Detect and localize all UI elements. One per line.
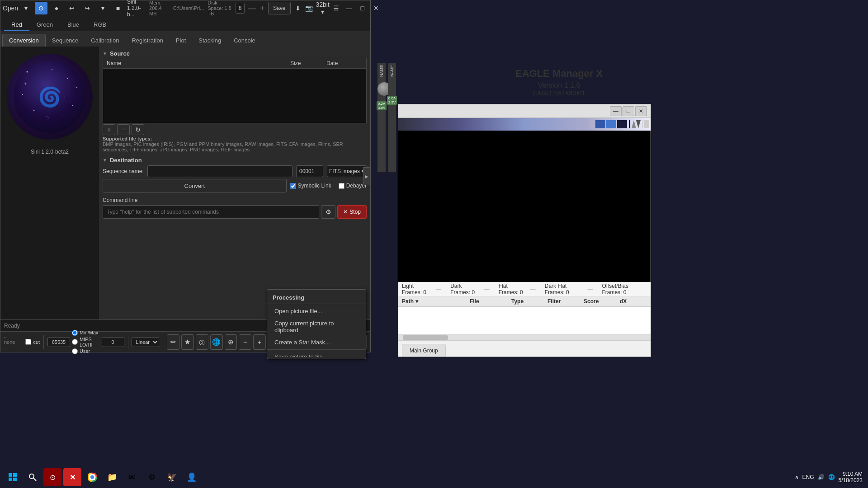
num1-input[interactable] [47, 337, 70, 347]
slider-thumb-down[interactable] [636, 120, 641, 128]
user-radio[interactable]: User [72, 348, 100, 354]
minimize-btn[interactable]: — [343, 2, 355, 14]
star-dots: + ✦ ⊙ [14, 61, 86, 133]
eagle-side-panel: NAME 0.2A3.0V [377, 63, 386, 172]
taskbar-user-btn[interactable]: 👤 [183, 468, 201, 486]
eagle-close-btn[interactable]: ✕ [635, 106, 647, 116]
symbolic-link-checkbox[interactable] [290, 183, 296, 189]
context-item-save[interactable]: Save picture to file [267, 351, 366, 357]
x-icon: ✕ [70, 473, 75, 482]
circle-btn[interactable]: ● [50, 2, 63, 14]
convert-btn[interactable]: Convert [103, 179, 287, 192]
eagle-restore-btn[interactable]: □ [623, 106, 634, 116]
remove-file-btn[interactable]: − [117, 124, 130, 135]
circle-btn[interactable]: ◎ [196, 334, 208, 350]
undo-btn[interactable]: ↩ [66, 2, 78, 14]
slider-handle[interactable] [644, 120, 649, 128]
eagle-minimize-btn[interactable]: — [610, 106, 622, 116]
maximize-btn[interactable]: □ [356, 2, 369, 14]
debayer-check[interactable]: Debayer [339, 183, 367, 189]
plus-btn[interactable]: + [260, 4, 265, 13]
taskbar-x-btn[interactable]: ✕ [63, 468, 81, 486]
linear-select[interactable]: Linear [132, 337, 159, 347]
dest-header: ▼ Destination [103, 157, 367, 164]
min-max-radio[interactable]: Min/Max [72, 330, 100, 336]
context-item-copy[interactable]: Copy current picture to clipboard [267, 317, 366, 336]
tab-blue[interactable]: Blue [60, 19, 86, 31]
eagle-scrollbar-thumb[interactable] [403, 335, 448, 340]
open-btn[interactable]: Open [4, 2, 17, 14]
taskbar-expand-icon[interactable]: ∧ [795, 474, 799, 480]
plus-zoom-btn[interactable]: + [253, 334, 266, 350]
slider-thumb-up[interactable] [632, 120, 636, 128]
tab-red[interactable]: Red [4, 19, 29, 31]
tab-rgb[interactable]: RGB [86, 19, 113, 31]
tab-conversion[interactable]: Conversion [2, 34, 46, 47]
seq-num-input[interactable] [296, 165, 323, 177]
eagle-table-body[interactable] [398, 307, 651, 334]
download-btn[interactable]: ⬇ [294, 2, 302, 14]
stop-btn[interactable]: ✕ Stop [337, 205, 367, 219]
format-select[interactable]: FITS images ▾ [327, 165, 367, 177]
save-btn[interactable]: Save [268, 2, 290, 14]
menu-btn[interactable]: ☰ [333, 2, 340, 14]
taskbar-left: ⊙ ✕ 📁 ✉ ⚙ 🦅 👤 [0, 468, 204, 486]
light-frames-label: Light Frames: 0 [402, 283, 433, 296]
cmd-gear-btn[interactable]: ⚙ [321, 205, 335, 219]
cmd-input[interactable] [103, 205, 319, 219]
taskbar-chrome-btn[interactable] [83, 468, 101, 486]
taskbar-eagle-btn[interactable]: 🦅 [163, 468, 181, 486]
taskbar-mail-btn[interactable]: ✉ [123, 468, 141, 486]
context-item-open[interactable]: Open picture file... [267, 305, 366, 317]
close-btn[interactable]: ✕ [370, 2, 382, 14]
seq-name-input[interactable] [147, 165, 292, 177]
pencil-btn[interactable]: ✏ [167, 334, 179, 350]
file-table-body[interactable] [103, 69, 366, 123]
symbolic-link-check[interactable]: Symbolic Link [290, 183, 331, 189]
dark-flat-frames-label: Dark Flat Frames: 0 [545, 283, 585, 296]
cut-checkbox[interactable] [25, 339, 31, 345]
eagle-main-group-tab[interactable]: Main Group [402, 344, 446, 357]
target-btn[interactable]: ⊕ [225, 334, 237, 350]
taskbar-settings-btn[interactable]: ⚙ [143, 468, 161, 486]
bitdepth-btn[interactable]: 32bit ▾ [316, 2, 329, 14]
eagle-scrollbar[interactable] [398, 334, 651, 340]
config-btn[interactable]: ▾ [96, 2, 109, 14]
taskbar-files-btn[interactable]: 📁 [103, 468, 121, 486]
globe-btn[interactable]: 🌐 [210, 334, 223, 350]
minus-btn[interactable]: — [248, 4, 256, 13]
tab-green[interactable]: Green [29, 19, 60, 31]
redo-btn[interactable]: ↪ [81, 2, 94, 14]
tab-plot[interactable]: Plot [170, 34, 192, 47]
stop-icon: ✕ [343, 209, 348, 215]
svg-point-3 [33, 110, 35, 111]
num2-input[interactable] [102, 337, 124, 347]
taskbar-siril-btn[interactable]: ⊙ [43, 468, 61, 486]
mips-radio[interactable]: MIPS-LO/HI [72, 337, 100, 347]
tab-stacking[interactable]: Stacking [192, 34, 227, 47]
eagle-preview-area[interactable] [398, 131, 651, 282]
debayer-checkbox[interactable] [339, 183, 344, 189]
dest-label: Destination [110, 157, 142, 164]
mode-btn[interactable]: ■ [112, 2, 124, 14]
taskbar-search-btn[interactable] [24, 468, 42, 486]
tab-registration[interactable]: Registration [125, 34, 169, 47]
minus-zoom-btn[interactable]: − [239, 334, 251, 350]
tab-sequence[interactable]: Sequence [46, 34, 85, 47]
open-dropdown-btn[interactable]: ▾ [19, 2, 32, 14]
tab-console[interactable]: Console [227, 34, 262, 47]
tab-calibration[interactable]: Calibration [85, 34, 125, 47]
file-table: Name Size Date [103, 58, 367, 123]
add-file-btn[interactable]: + [103, 124, 115, 135]
expand-btn[interactable]: ▶ [363, 167, 370, 185]
col-path[interactable]: Path ▾ [402, 298, 470, 305]
refresh-btn[interactable]: ↻ [132, 124, 144, 135]
star-btn[interactable]: ★ [181, 334, 194, 350]
eagle-bottom: Main Group [398, 340, 651, 357]
col-name: Name [107, 60, 290, 66]
context-item-star-mask[interactable]: Create a Star Mask... [267, 336, 366, 348]
camera-btn[interactable]: 📷 [305, 2, 313, 14]
eagle-version: Version 1.1.6 [515, 81, 603, 89]
svg-text:✦: ✦ [24, 81, 27, 86]
start-btn[interactable] [4, 468, 22, 486]
